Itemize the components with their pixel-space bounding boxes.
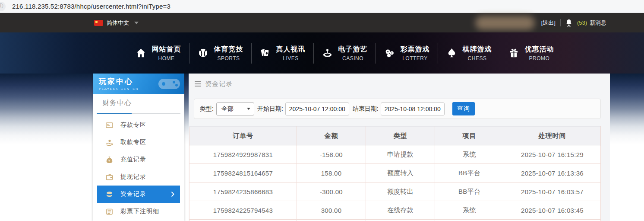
type-select-value: 全部 [221,105,234,113]
logout-button[interactable]: [退出] [541,19,556,27]
nav-label-zh: 优惠活动 [525,45,554,54]
sidebar-item-label: 取款专区 [120,138,146,146]
cell-project: BB平台 [435,183,504,201]
language-selector[interactable]: 简体中文 [94,19,139,27]
header-type: 类型 [366,127,435,145]
type-select[interactable]: 全部 [216,102,254,115]
nav-item-sports[interactable]: 体育竞技 SPORTS [189,45,251,61]
svg-text:¥: ¥ [108,159,110,162]
top-utility-bar: 简体中文 [退出] (53) 新消息 [0,13,644,32]
cell-order-no: 1759824815164657 [189,164,297,183]
hand-money-icon [106,139,113,146]
gift-icon [508,47,520,59]
section-underline [97,113,180,114]
cell-project: BB平台 [435,164,504,183]
nav-label-en: HOME [158,55,175,61]
type-filter-label: 类型: [200,105,214,113]
nav-item-lives[interactable]: 真人视讯 LIVES [252,45,313,61]
end-date-label: 结束日期: [353,105,379,113]
chevron-right-icon [171,191,174,197]
spade-icon [446,47,458,59]
start-date-input[interactable] [285,102,349,115]
sidebar-item-recharge-records[interactable]: ¥ 充值记录 [97,151,180,168]
filter-bar: 类型: 全部 开始日期: 结束日期: 查询 [194,99,601,119]
cell-process-time: 2025-10-07 16:13:36 [504,164,601,183]
cell-order-no: 1759824225794543 [189,201,297,220]
start-date-label: 开始日期: [257,105,283,113]
nav-item-chess[interactable]: 棋牌游戏 CHESS [438,45,500,61]
cell-project: 系统 [435,201,504,220]
sidebar-item-withdraw-zone[interactable]: 取款专区 [97,134,180,151]
cell-type: 申请提款 [366,145,435,164]
cell-process-time: 2025-10-07 16:03:57 [504,183,601,201]
breadcrumb-label: 资金记录 [205,80,233,88]
table-row: 1759824235866683 -300.00 额度转出 BB平台 2025-… [189,183,601,201]
cell-type: 额度转入 [366,164,435,183]
sidebar-item-label: 提现记录 [120,173,146,181]
funds-records-table: 订单号 金额 类型 项目 处理时间 1759824929987831 -158.… [189,126,601,221]
username-redacted [475,16,535,30]
playing-cards-icon [259,47,271,59]
summary-label: 当前页统计 [189,220,297,221]
header-project: 项目 [435,127,504,145]
sidebar-item-withdrawal-records[interactable]: 提现记录 [97,168,180,186]
page-background: 玩家中心 PLAYERS CENTER 财务中心 存款专区 [0,74,644,221]
lottery-balls-icon [384,47,395,59]
browser-address-bar[interactable]: ⓘ 216.118.235.52:8783/hhcp/usercenter.ht… [0,0,644,13]
sidebar-header: 玩家中心 PLAYERS CENTER [93,74,184,94]
cell-order-no: 1759824235866683 [189,183,297,201]
cell-empty [366,220,435,221]
main-content-panel: 资金记录 类型: 全部 开始日期: 结束日期: 查询 订单号 金额 类型 项目 [189,74,610,221]
breadcrumb: 资金记录 [189,74,610,94]
cell-amount: -158.00 [297,145,366,164]
nav-item-home[interactable]: 网站首页 HOME [127,45,189,61]
sidebar-item-funds-records[interactable]: 资金记录 [97,186,180,203]
nav-item-lottery[interactable]: 彩票游戏 LOTTERY [376,45,438,61]
url-text[interactable]: 216.118.235.52:8783/hhcp/usercenter.html… [12,3,170,10]
nav-label-en: PROMO [529,55,550,61]
sidebar-item-label: 资金记录 [120,190,146,198]
wallet-icon [106,173,113,181]
cell-amount: 158.00 [297,164,366,183]
end-date-input[interactable] [381,102,445,115]
cell-amount: 300.00 [297,201,366,220]
chevron-down-icon [247,108,250,110]
messages-link[interactable]: (53) 新消息 [577,19,606,27]
sidebar-item-label: 彩票下注明细 [120,208,159,215]
cell-process-time: 2025-10-07 16:03:45 [504,201,601,220]
deposit-card-icon [106,122,113,129]
sidebar-item-lottery-bet-details[interactable]: 彩票下注明细 [97,203,180,220]
header-amount: 金额 [297,127,366,145]
header-order-no: 订单号 [189,127,297,145]
player-center-sidebar: 玩家中心 PLAYERS CENTER 财务中心 存款专区 [93,74,184,221]
divider [560,19,561,26]
sidebar-menu: 存款专区 取款专区 ¥ 充值记录 [93,116,184,220]
table-row: 1759824225794543 300.00 在线存款 系统 2025-10-… [189,201,601,220]
nav-item-casino[interactable]: 电子游艺 CASINO [314,45,376,61]
hamburger-icon [195,81,201,86]
bell-icon[interactable] [565,19,572,27]
money-bag-icon: ¥ [106,156,113,163]
cell-process-time: 2025-10-07 16:15:29 [504,145,601,164]
list-document-icon [106,208,113,215]
cell-empty [435,220,504,221]
query-button[interactable]: 查询 [452,102,475,115]
table-row: 1759824929987831 -158.00 申请提款 系统 2025-10… [189,145,601,164]
sidebar-section: 财务中心 [93,94,184,116]
site-info-icon[interactable]: ⓘ [0,2,6,11]
nav-label-zh: 电子游艺 [338,45,368,54]
chevron-down-icon [134,22,139,24]
gamepad-decor-icon [158,76,181,91]
nav-label-en: CASINO [342,55,363,61]
sidebar-item-deposit-zone[interactable]: 存款专区 [97,116,180,134]
message-count-badge: (53) [577,19,587,26]
nav-label-zh: 体育竞技 [214,45,243,54]
sidebar-item-label: 存款专区 [120,121,146,129]
cell-project: 系统 [435,145,504,164]
nav-label-zh: 棋牌游戏 [463,45,492,54]
nav-label-en: SPORTS [217,55,240,61]
coins-icon [106,191,113,198]
nav-label-en: CHESS [468,55,487,61]
nav-item-promo[interactable]: 优惠活动 PROMO [500,45,562,61]
section-title: 财务中心 [93,94,184,108]
